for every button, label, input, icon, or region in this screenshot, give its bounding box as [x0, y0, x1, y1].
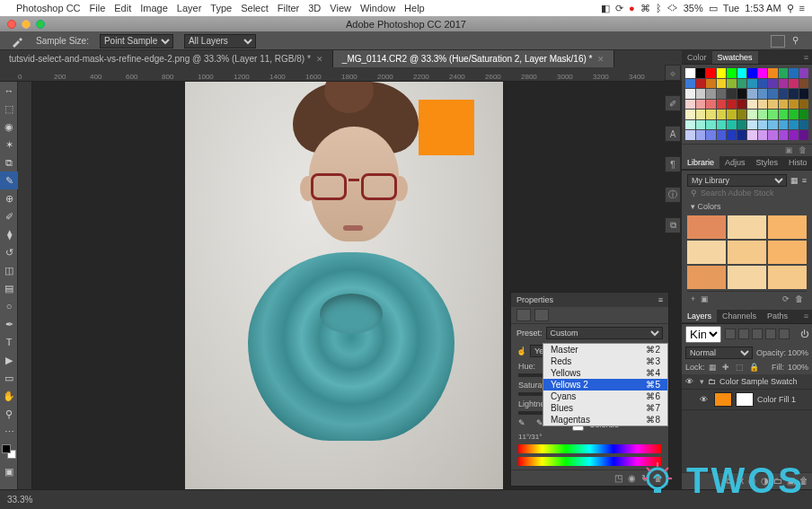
tab-color[interactable]: Color: [682, 51, 712, 64]
swatch[interactable]: [779, 130, 789, 140]
trash-icon[interactable]: 🗑: [799, 145, 807, 154]
swatch[interactable]: [696, 89, 706, 99]
crop-tool[interactable]: ⧉: [0, 154, 18, 171]
sync-icon[interactable]: ⟳: [782, 294, 790, 303]
library-color[interactable]: [728, 241, 766, 264]
library-group-colors[interactable]: ▾ Colors: [687, 199, 807, 214]
fill-value[interactable]: 100%: [788, 363, 808, 372]
layer-kind-select[interactable]: Kind: [685, 326, 721, 343]
library-color[interactable]: [768, 215, 807, 239]
menu-3d[interactable]: 3D: [308, 3, 321, 13]
swatch[interactable]: [706, 68, 716, 78]
screen-mode[interactable]: ▣: [0, 462, 18, 480]
trash-icon[interactable]: 🗑: [795, 294, 803, 303]
library-color[interactable]: [768, 266, 807, 289]
lock-artboard-icon[interactable]: ⬚: [736, 363, 746, 373]
tab-adjustments[interactable]: Adjus: [719, 156, 751, 169]
swatch[interactable]: [799, 130, 809, 140]
current-tool-icon[interactable]: [9, 33, 25, 49]
swatch[interactable]: [717, 89, 727, 99]
edit-toolbar[interactable]: ⋯: [0, 423, 18, 441]
history-brush-tool[interactable]: ↺: [0, 243, 18, 261]
swatch[interactable]: [696, 120, 706, 130]
swatch[interactable]: [737, 89, 747, 99]
visibility-icon[interactable]: 👁: [700, 395, 710, 404]
add-from-doc-icon[interactable]: +: [691, 294, 695, 303]
lock-all-icon[interactable]: 🔒: [749, 363, 759, 373]
foreground-background-swatch[interactable]: [2, 444, 16, 459]
swatch[interactable]: [727, 89, 737, 99]
swatch[interactable]: [717, 120, 727, 130]
swatch[interactable]: [747, 100, 757, 110]
dock-info-icon[interactable]: ⓘ: [665, 187, 681, 203]
marquee-tool[interactable]: ⬚: [0, 100, 18, 118]
close-icon[interactable]: ✕: [597, 55, 605, 64]
dock-history-icon[interactable]: ⟐: [665, 65, 681, 81]
swatch[interactable]: [779, 110, 789, 119]
tab-libraries[interactable]: Librarie: [682, 156, 719, 169]
window-minimize[interactable]: [22, 20, 31, 29]
swatch[interactable]: [685, 100, 695, 110]
eyedropper-tool[interactable]: ✎: [0, 171, 18, 189]
menu-item-blues[interactable]: Blues⌘7: [543, 402, 667, 414]
swatch[interactable]: [758, 89, 768, 99]
menu-layer[interactable]: Layer: [177, 3, 202, 13]
swatch[interactable]: [758, 110, 768, 119]
swatch[interactable]: [737, 68, 747, 78]
library-color[interactable]: [687, 266, 726, 289]
shape-tool[interactable]: ▭: [0, 369, 18, 387]
sample-size-select[interactable]: Point Sample: [100, 34, 173, 48]
panel-menu-icon[interactable]: ≡: [800, 53, 812, 62]
ruler-vertical[interactable]: [18, 82, 32, 489]
healing-tool[interactable]: ⊕: [0, 189, 18, 207]
lock-position-icon[interactable]: ✚: [722, 363, 732, 373]
menu-item-reds[interactable]: Reds⌘3: [543, 355, 667, 367]
swatch[interactable]: [789, 130, 799, 140]
swatch[interactable]: [706, 79, 716, 89]
menu-file[interactable]: File: [90, 3, 106, 13]
swatch[interactable]: [747, 130, 757, 140]
tab-paths[interactable]: Paths: [762, 310, 793, 322]
lasso-tool[interactable]: ◉: [0, 118, 18, 136]
swatch[interactable]: [727, 120, 737, 130]
swatch[interactable]: [758, 120, 768, 130]
swatch[interactable]: [717, 79, 727, 89]
swatch[interactable]: [737, 79, 747, 89]
eyedropper-icon[interactable]: ✎: [518, 418, 531, 431]
swatch[interactable]: [768, 100, 778, 110]
menubaricon-3[interactable]: ●: [629, 3, 635, 13]
preset-select[interactable]: Custom: [546, 327, 663, 339]
swatch[interactable]: [717, 110, 727, 119]
library-select[interactable]: My Library: [687, 174, 787, 187]
swatch[interactable]: [758, 100, 768, 110]
swatch[interactable]: [685, 130, 695, 140]
swatch[interactable]: [737, 130, 747, 140]
swatch[interactable]: [727, 79, 737, 89]
swatch[interactable]: [685, 89, 695, 99]
panel-menu-icon[interactable]: ≡: [658, 295, 663, 304]
new-swatch-icon[interactable]: ▣: [785, 145, 793, 154]
library-view-list-icon[interactable]: ≡: [802, 176, 807, 185]
adjustment-icon[interactable]: [516, 309, 531, 321]
sample-scope-select[interactable]: All Layers: [184, 34, 256, 48]
swatch[interactable]: [696, 110, 706, 119]
spectrum-input[interactable]: [518, 444, 661, 453]
opacity-value[interactable]: 100%: [788, 348, 808, 357]
library-color[interactable]: [728, 266, 766, 289]
quick-select-tool[interactable]: ✶: [0, 136, 18, 154]
workspace-switcher[interactable]: [771, 35, 785, 48]
color-sample-swatch[interactable]: [419, 100, 474, 155]
swatch[interactable]: [799, 120, 809, 130]
menu-edit[interactable]: Edit: [114, 3, 131, 13]
menubaricon-1[interactable]: ◧: [601, 3, 610, 14]
swatch[interactable]: [747, 68, 757, 78]
clip-to-layer-icon[interactable]: ◳: [614, 473, 622, 483]
wifi-icon[interactable]: ⧼⧽: [667, 3, 678, 13]
eraser-tool[interactable]: ◫: [0, 261, 18, 279]
blend-mode-select[interactable]: Normal: [685, 347, 753, 359]
targeted-adjust-icon[interactable]: ☝: [516, 347, 526, 355]
swatch[interactable]: [768, 110, 778, 119]
library-color[interactable]: [768, 241, 807, 264]
battery-icon[interactable]: ▭: [709, 3, 718, 14]
swatch[interactable]: [789, 79, 799, 89]
